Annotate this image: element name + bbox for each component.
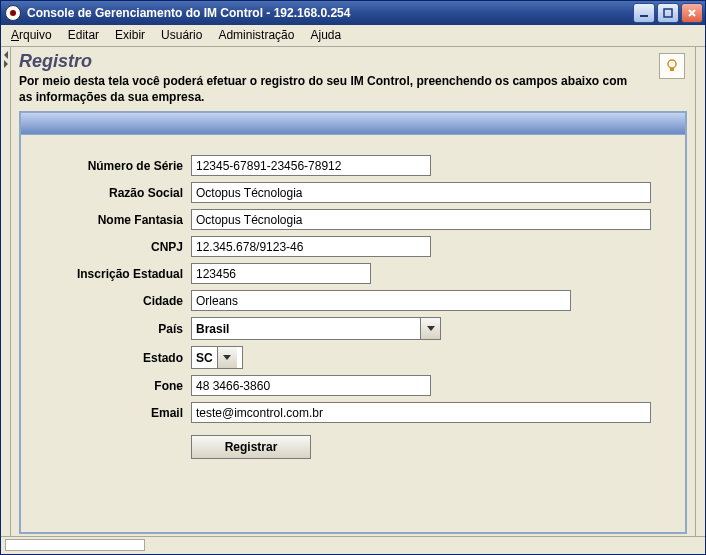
label-razao: Razão Social: [31, 186, 191, 200]
label-fone: Fone: [31, 379, 191, 393]
form-card: Número de Série Razão Social Nome Fantas…: [19, 111, 687, 534]
label-email: Email: [31, 406, 191, 420]
estado-dropdown-button[interactable]: [217, 347, 237, 368]
cnpj-input[interactable]: [191, 236, 431, 257]
pais-dropdown-button[interactable]: [420, 318, 440, 339]
email-input[interactable]: [191, 402, 651, 423]
statusbar: [1, 536, 705, 554]
pais-value: Brasil: [192, 318, 420, 339]
svg-rect-1: [664, 9, 672, 17]
help-button[interactable]: [659, 53, 685, 79]
window-title: Console de Gerenciamento do IM Control -…: [27, 6, 633, 20]
lightbulb-icon: [664, 58, 680, 74]
right-gutter[interactable]: [695, 47, 705, 536]
label-cidade: Cidade: [31, 294, 191, 308]
pais-combo[interactable]: Brasil: [191, 317, 441, 340]
razao-input[interactable]: [191, 182, 651, 203]
label-inscricao: Inscrição Estadual: [31, 267, 191, 281]
app-icon: [5, 5, 21, 21]
minimize-button[interactable]: [633, 3, 655, 23]
label-serial: Número de Série: [31, 159, 191, 173]
menu-arquivo[interactable]: Arquivo: [3, 25, 60, 46]
left-gutter[interactable]: [1, 47, 11, 536]
cidade-input[interactable]: [191, 290, 571, 311]
main-window: Console de Gerenciamento do IM Control -…: [0, 0, 706, 555]
estado-value: SC: [192, 347, 217, 368]
svg-point-2: [668, 60, 676, 68]
menu-administracao[interactable]: Administração: [210, 25, 302, 46]
close-button[interactable]: [681, 3, 703, 23]
menu-exibir[interactable]: Exibir: [107, 25, 153, 46]
maximize-button[interactable]: [657, 3, 679, 23]
inscricao-input[interactable]: [191, 263, 371, 284]
chevron-down-icon: [427, 326, 435, 331]
chevron-down-icon: [223, 355, 231, 360]
collapse-left-icon: [4, 51, 8, 59]
status-box: [5, 539, 145, 551]
fone-input[interactable]: [191, 375, 431, 396]
label-fantasia: Nome Fantasia: [31, 213, 191, 227]
page-title: Registro: [19, 51, 687, 72]
card-header: [21, 113, 685, 135]
estado-combo[interactable]: SC: [191, 346, 243, 369]
page-description: Por meio desta tela você poderá efetuar …: [19, 74, 639, 105]
menu-usuario[interactable]: Usuário: [153, 25, 210, 46]
label-pais: País: [31, 322, 191, 336]
menubar: Arquivo Editar Exibir Usuário Administra…: [1, 25, 705, 47]
label-estado: Estado: [31, 351, 191, 365]
menu-ajuda[interactable]: Ajuda: [302, 25, 349, 46]
fantasia-input[interactable]: [191, 209, 651, 230]
svg-rect-3: [670, 68, 674, 71]
register-button[interactable]: Registrar: [191, 435, 311, 459]
titlebar[interactable]: Console de Gerenciamento do IM Control -…: [1, 1, 705, 25]
expand-right-icon: [4, 60, 8, 68]
svg-rect-0: [640, 15, 648, 17]
serial-input[interactable]: [191, 155, 431, 176]
label-cnpj: CNPJ: [31, 240, 191, 254]
menu-editar[interactable]: Editar: [60, 25, 107, 46]
